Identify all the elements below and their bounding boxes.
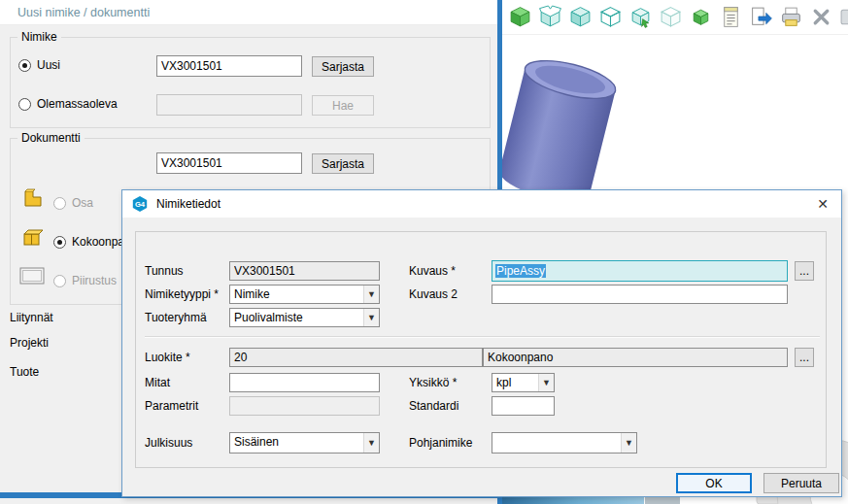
g4-logo-icon: G4 bbox=[131, 195, 149, 213]
kuvaus2-field[interactable] bbox=[492, 285, 788, 304]
julkisuus-select[interactable]: Sisäinen ▼ bbox=[229, 432, 380, 454]
sarjasta-button-2[interactable]: Sarjasta bbox=[312, 153, 374, 174]
radio-dot-olemassaoleva[interactable] bbox=[18, 98, 31, 111]
new-item-dialog-titlebar[interactable]: Uusi nimike / dokumentti bbox=[0, 0, 497, 25]
dokumentti-group-label: Dokumentti bbox=[17, 131, 85, 145]
radio-osa: Osa bbox=[53, 196, 93, 210]
kuvaus-selected-text: PipeAssy bbox=[495, 264, 546, 278]
radio-dot-osa bbox=[53, 197, 66, 210]
item-details-dialog: G4 Nimiketiedot ✕ Tunnus Kuvaus * PipeAs… bbox=[121, 189, 842, 497]
green-cube-icon[interactable] bbox=[508, 5, 532, 29]
ok-button[interactable]: OK bbox=[676, 473, 752, 493]
radio-olemassaoleva[interactable]: Olemassaoleva bbox=[18, 97, 118, 111]
chevron-down-icon: ▼ bbox=[621, 433, 636, 453]
svg-text:G4: G4 bbox=[135, 200, 146, 209]
new-item-id-field[interactable] bbox=[156, 55, 302, 77]
tuoteryhma-label: Tuoteryhmä bbox=[145, 311, 207, 324]
radio-uusi-label: Uusi bbox=[37, 58, 60, 72]
shaded-box-icon[interactable] bbox=[568, 5, 593, 29]
chevron-down-icon: ▼ bbox=[363, 286, 379, 303]
sarjasta-button[interactable]: Sarjasta bbox=[312, 56, 374, 77]
chevron-down-icon: ▼ bbox=[538, 374, 554, 391]
nimike-groupbox: Nimike Uusi Sarjasta Olemassaoleva Hae bbox=[10, 37, 491, 128]
luokite-name-field[interactable] bbox=[483, 348, 788, 367]
cancel-button[interactable]: Peruuta bbox=[763, 473, 839, 493]
pale-box-icon[interactable] bbox=[659, 5, 683, 29]
parametrit-field bbox=[229, 396, 380, 416]
radio-olemassaoleva-label: Olemassaoleva bbox=[37, 97, 118, 111]
radio-piirustus-label: Piirustus bbox=[72, 274, 117, 287]
yksikko-select[interactable]: kpl ▼ bbox=[492, 373, 555, 392]
radio-piirustus: Piirustus bbox=[53, 274, 117, 287]
outline-box-icon[interactable] bbox=[598, 5, 623, 29]
kuvaus-browse-button[interactable]: ... bbox=[795, 261, 814, 281]
kuvaus-field[interactable]: PipeAssy bbox=[492, 260, 788, 282]
pipe-model bbox=[478, 21, 662, 191]
parametrit-label: Parametrit bbox=[145, 399, 198, 413]
radio-dot-kokoonpano[interactable] bbox=[53, 236, 66, 249]
tuote-label: Tuote bbox=[10, 365, 39, 379]
printer-icon[interactable] bbox=[779, 5, 803, 29]
chevron-down-icon: ▼ bbox=[363, 309, 379, 326]
clipped-icon[interactable] bbox=[839, 5, 848, 29]
existing-item-field bbox=[156, 94, 302, 116]
nimiketyyppi-label: Nimiketyyppi * bbox=[145, 287, 219, 301]
chevron-down-icon: ▼ bbox=[363, 433, 379, 453]
open-box-icon[interactable] bbox=[538, 5, 562, 29]
close-icon[interactable]: ✕ bbox=[808, 192, 837, 216]
assembly-icon bbox=[20, 226, 46, 251]
delete-icon[interactable] bbox=[809, 5, 833, 29]
drawing-icon bbox=[18, 265, 46, 289]
sheet-icon[interactable] bbox=[719, 5, 743, 29]
hae-button: Hae bbox=[312, 95, 374, 116]
separator bbox=[145, 336, 820, 338]
luokite-label: Luokite * bbox=[145, 351, 190, 364]
nimiketyyppi-select[interactable]: Nimike ▼ bbox=[229, 285, 380, 304]
radio-dot-uusi[interactable] bbox=[18, 59, 31, 72]
julkisuus-label: Julkisuus bbox=[145, 436, 192, 450]
item-details-titlebar[interactable]: G4 Nimiketiedot ✕ bbox=[122, 190, 841, 218]
export-icon[interactable] bbox=[749, 5, 773, 29]
cad-toolbar bbox=[502, 0, 848, 35]
dialog-title: Uusi nimike / dokumentti bbox=[17, 6, 150, 19]
luokite-browse-button[interactable]: ... bbox=[795, 348, 814, 367]
liitynnat-label: Liitynnät bbox=[10, 311, 53, 324]
tunnus-field[interactable] bbox=[229, 261, 380, 281]
luokite-code-field[interactable] bbox=[229, 348, 483, 367]
document-id-field[interactable] bbox=[156, 152, 302, 174]
standardi-label: Standardi bbox=[409, 399, 458, 413]
nimike-group-label: Nimike bbox=[17, 30, 61, 44]
arrow-box-icon[interactable] bbox=[628, 5, 653, 29]
part-icon bbox=[20, 187, 46, 212]
projekti-label: Projekti bbox=[10, 336, 49, 350]
small-green-cube-icon[interactable] bbox=[689, 5, 713, 29]
tunnus-label: Tunnus bbox=[145, 264, 184, 278]
radio-uusi[interactable]: Uusi bbox=[18, 58, 60, 72]
yksikko-label: Yksikkö * bbox=[409, 376, 457, 389]
radio-osa-label: Osa bbox=[72, 196, 93, 210]
pohjanimike-select[interactable]: ▼ bbox=[492, 432, 637, 454]
mitat-label: Mitat bbox=[145, 376, 170, 389]
tuoteryhma-select[interactable]: Puolivalmiste ▼ bbox=[229, 308, 380, 327]
dialog-title: Nimiketiedot bbox=[156, 197, 220, 211]
mitat-field[interactable] bbox=[229, 373, 380, 392]
radio-dot-piirustus bbox=[53, 275, 66, 287]
pohjanimike-label: Pohjanimike bbox=[409, 436, 472, 450]
kuvaus-label: Kuvaus * bbox=[409, 264, 456, 278]
standardi-field[interactable] bbox=[492, 396, 555, 416]
app-window: Uusi nimike / dokumentti Nimike Uusi Sar… bbox=[0, 0, 848, 504]
kuvaus2-label: Kuvaus 2 bbox=[409, 287, 458, 301]
